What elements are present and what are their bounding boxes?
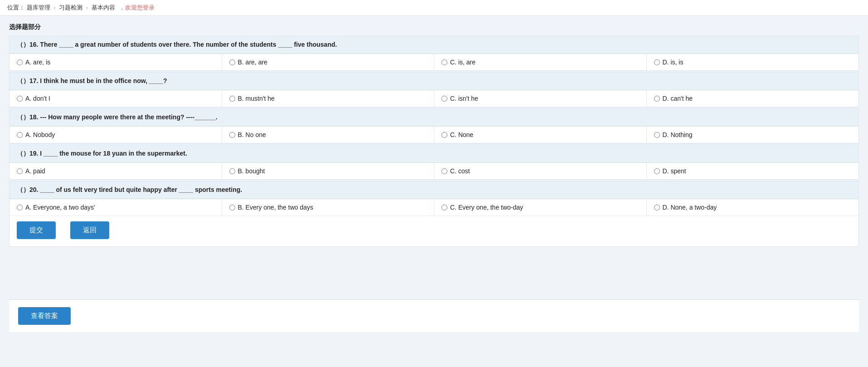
question-block-16: （）16. There ____ a great number of stude… — [9, 36, 859, 71]
option-label-19-d: D. spent — [663, 167, 686, 175]
radio-19-d[interactable] — [654, 168, 660, 174]
option-label-16-c: C. is, are — [450, 59, 475, 66]
option-label-18-c: C. None — [450, 131, 473, 138]
action-row: 提交 返回 — [10, 216, 858, 246]
option-20-a[interactable]: A. Everyone, a two days' — [10, 199, 222, 215]
question-stem-20: （）20. ____ of us felt very tired but qui… — [10, 181, 858, 199]
radio-19-a[interactable] — [17, 168, 23, 174]
option-18-b[interactable]: B. No one — [222, 127, 435, 143]
radio-17-a[interactable] — [17, 96, 23, 102]
option-16-d[interactable]: D. is, is — [647, 54, 859, 70]
radio-20-c[interactable] — [441, 205, 447, 210]
option-16-b[interactable]: B. are, are — [222, 54, 435, 70]
question-stem-17: （）17. I think he must be in the office n… — [10, 73, 858, 90]
radio-20-b[interactable] — [229, 205, 235, 210]
question-block-20: （）20. ____ of us felt very tired but qui… — [9, 181, 859, 247]
option-19-c[interactable]: C. cost — [434, 163, 647, 179]
option-label-17-d: D. can't he — [663, 95, 693, 102]
option-label-16-a: A. are, is — [25, 59, 50, 66]
radio-18-d[interactable] — [654, 132, 660, 138]
question-block-18: （）18. --- How many people were there at … — [9, 108, 859, 144]
option-label-16-d: D. is, is — [663, 59, 684, 66]
option-label-20-b: B. Every one, the two days — [238, 204, 314, 211]
radio-18-c[interactable] — [441, 132, 447, 138]
option-label-18-d: D. Nothing — [663, 131, 693, 138]
question-block-19: （）19. I ____ the mouse for 18 yuan in th… — [9, 145, 859, 180]
options-row-18: A. Nobody B. No one C. None D. Nothing — [10, 127, 858, 143]
option-19-b[interactable]: B. bought — [222, 163, 435, 179]
option-label-19-b: B. bought — [238, 167, 265, 175]
option-label-18-b: B. No one — [238, 131, 266, 138]
option-17-b[interactable]: B. mustn't he — [222, 90, 435, 107]
bottom-section: 查看答案 — [9, 265, 859, 332]
question-stem-16: （）16. There ____ a great number of stude… — [10, 36, 858, 54]
option-17-c[interactable]: C. isn't he — [434, 90, 647, 107]
radio-20-a[interactable] — [17, 205, 23, 210]
radio-19-b[interactable] — [229, 168, 235, 174]
breadcrumb-item-2[interactable]: 习题检测 — [59, 4, 82, 11]
bottom-bar: 查看答案 — [9, 299, 859, 332]
option-label-20-c: C. Every one, the two-day — [450, 204, 523, 211]
radio-17-b[interactable] — [229, 96, 235, 102]
sep-1: › — [53, 4, 55, 11]
radio-17-c[interactable] — [441, 96, 447, 102]
option-label-20-d: D. None, a two-day — [663, 204, 717, 211]
breadcrumb-item-3[interactable]: 基本内容 — [92, 4, 115, 11]
radio-16-c[interactable] — [441, 59, 447, 65]
question-stem-19: （）19. I ____ the mouse for 18 yuan in th… — [10, 145, 858, 163]
options-row-16: A. are, is B. are, are C. is, are D. is,… — [10, 54, 858, 71]
option-label-20-a: A. Everyone, a two days' — [25, 204, 95, 211]
options-row-17: A. don't I B. mustn't he C. isn't he D. … — [10, 90, 858, 107]
radio-20-d[interactable] — [654, 205, 660, 210]
option-label-19-c: C. cost — [450, 167, 470, 175]
main-content: 选择题部分 （）16. There ____ a great number of… — [0, 16, 868, 339]
options-row-20: A. Everyone, a two days' B. Every one, t… — [10, 199, 858, 216]
option-20-b[interactable]: B. Every one, the two days — [222, 199, 435, 215]
sep-2: › — [86, 4, 88, 11]
radio-18-b[interactable] — [229, 132, 235, 138]
back-button[interactable]: 返回 — [70, 221, 109, 239]
option-16-c[interactable]: C. is, are — [434, 54, 647, 70]
option-16-a[interactable]: A. are, is — [10, 54, 222, 70]
option-17-a[interactable]: A. don't I — [10, 90, 222, 107]
submit-button[interactable]: 提交 — [17, 221, 56, 239]
breadcrumb: 位置： 题库管理 › 习题检测 › 基本内容 ，欢迎您登录 — [0, 0, 868, 16]
option-20-c[interactable]: C. Every one, the two-day — [434, 199, 647, 215]
option-label-18-a: A. Nobody — [25, 131, 55, 138]
section-title: 选择题部分 — [9, 23, 859, 31]
view-answer-button[interactable]: 查看答案 — [18, 307, 71, 325]
option-19-a[interactable]: A. paid — [10, 163, 222, 179]
option-17-d[interactable]: D. can't he — [647, 90, 859, 107]
radio-16-b[interactable] — [229, 59, 235, 65]
option-label-17-a: A. don't I — [25, 95, 50, 102]
breadcrumb-item-1[interactable]: 题库管理 — [27, 4, 50, 11]
option-label-16-b: B. are, are — [238, 59, 267, 66]
options-row-19: A. paid B. bought C. cost D. spent — [10, 163, 858, 180]
option-19-d[interactable]: D. spent — [647, 163, 859, 179]
question-block-17: （）17. I think he must be in the office n… — [9, 72, 859, 108]
option-20-d[interactable]: D. None, a two-day — [647, 199, 859, 215]
option-18-c[interactable]: C. None — [434, 127, 647, 143]
option-18-d[interactable]: D. Nothing — [647, 127, 859, 143]
option-label-19-a: A. paid — [25, 167, 45, 175]
radio-19-c[interactable] — [441, 168, 447, 174]
radio-17-d[interactable] — [654, 96, 660, 102]
welcome-text: ，欢迎您登录 — [119, 4, 155, 11]
question-stem-18: （）18. --- How many people were there at … — [10, 109, 858, 127]
radio-16-a[interactable] — [17, 59, 23, 65]
radio-16-d[interactable] — [654, 59, 660, 65]
option-label-17-c: C. isn't he — [450, 95, 478, 102]
breadcrumb-label: 位置： — [7, 4, 25, 11]
option-label-17-b: B. mustn't he — [238, 95, 275, 102]
radio-18-a[interactable] — [17, 132, 23, 138]
option-18-a[interactable]: A. Nobody — [10, 127, 222, 143]
